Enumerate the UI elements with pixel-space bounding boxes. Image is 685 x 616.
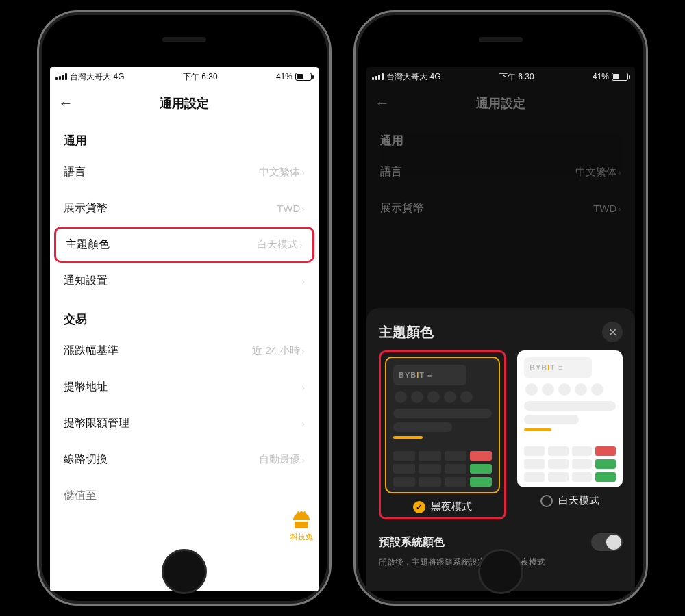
row-label: 語言 [380,165,402,179]
chevron-right-icon: › [301,276,305,287]
status-bar: 台灣大哥大 4G 下午 6:30 41% [366,67,635,86]
chevron-right-icon: › [301,418,305,429]
row-label: 提幣地址 [64,380,108,394]
settings-list[interactable]: 通用 語言 中文繁体› 展示貨幣 TWD› 主題顏色 白天模式› 通知設置 › … [50,120,319,591]
battery-pct: 41% [593,72,609,81]
nav-bar: ← 通用設定 [50,86,319,120]
chevron-right-icon: › [299,240,303,251]
theme-sheet: 主題顏色 ✕ BYBIT ≡ [366,308,635,591]
chevron-right-icon: › [301,167,305,178]
nav-bar: ← 通用設定 [366,86,635,120]
chevron-right-icon: › [301,203,305,214]
network-label: 4G [114,72,125,81]
row-route[interactable]: 線路切換 自動最優› [50,441,319,478]
close-button[interactable]: ✕ [602,322,623,342]
carrier-label: 台灣大哥大 [386,71,427,83]
row-label: 展示貨幣 [64,201,108,216]
row-store[interactable]: 儲值至 [50,478,319,514]
row-label: 主題顏色 [66,238,110,252]
svg-rect-0 [295,522,308,528]
option-light-mode[interactable]: BYBIT ≡ 白天模式 [517,350,623,519]
row-withdraw-addr[interactable]: 提幣地址 › [50,369,319,405]
battery-icon [295,73,312,81]
back-button[interactable]: ← [375,94,390,112]
back-button[interactable]: ← [58,94,73,112]
screen-light: 台灣大哥大 4G 下午 6:30 41% ← 通用設定 通用 語言 中文繁体› … [50,67,319,591]
row-label: 儲值至 [64,489,97,503]
system-color-title: 預設系統顏色 [379,535,445,550]
row-withdraw-limit[interactable]: 提幣限額管理 › [50,405,319,441]
row-notify[interactable]: 通知設置 › [50,263,319,299]
row-label: 漲跌幅基準 [64,344,119,358]
row-label: 語言 [64,165,86,179]
chevron-right-icon: › [301,454,305,465]
row-theme[interactable]: 主題顏色 白天模式› [54,227,314,263]
row-language: 語言 中文繁体› [366,154,635,190]
signal-icon [372,73,384,80]
row-currency: 展示貨幣 TWD› [366,190,635,227]
row-value: 中文繁体 [259,166,300,179]
system-color-desc: 開啟後，主題將跟隨系統設定為白天/黑夜模式 [379,556,623,568]
row-value: 自動最優 [259,453,300,466]
option-label: 白天模式 [558,494,599,507]
radio-unchecked-icon [540,495,553,507]
row-label: 提幣限額管理 [64,416,129,431]
screen-dark: 台灣大哥大 4G 下午 6:30 41% ← 通用設定 通用 語言 中文繁体› … [366,67,635,591]
clock-label: 下午 6:30 [499,71,534,83]
row-value: TWD [593,203,616,214]
preview-dark: BYBIT ≡ [385,357,500,493]
section-general-title: 通用 [366,120,635,154]
section-trade-title: 交易 [50,299,319,333]
network-label: 4G [430,72,441,81]
row-language[interactable]: 語言 中文繁体› [50,154,319,190]
row-label: 展示貨幣 [380,201,424,216]
row-label: 線路切換 [64,452,108,467]
chevron-right-icon: › [301,346,305,357]
battery-pct: 41% [276,72,292,81]
carrier-label: 台灣大哥大 [70,71,111,83]
sheet-title: 主題顏色 [379,323,434,342]
chevron-right-icon: › [301,382,305,393]
radio-checked-icon [413,501,425,513]
page-title: 通用設定 [476,95,525,112]
battery-icon [612,73,628,81]
clock-label: 下午 6:30 [183,71,218,83]
section-general-title: 通用 [50,120,319,154]
phone-right: 台灣大哥大 4G 下午 6:30 41% ← 通用設定 通用 語言 中文繁体› … [353,10,648,606]
status-bar: 台灣大哥大 4G 下午 6:30 41% [50,67,319,86]
page-title: 通用設定 [160,95,209,112]
signal-icon [55,73,67,80]
preview-light: BYBIT ≡ [517,350,623,487]
watermark: 科技兔 [290,510,313,542]
row-basis[interactable]: 漲跌幅基準 近 24 小時› [50,333,319,369]
row-value: 近 24 小時 [252,344,300,357]
option-dark-mode[interactable]: BYBIT ≡ 黑夜模式 [385,357,500,513]
row-value: TWD [277,203,300,214]
phone-left: 台灣大哥大 4G 下午 6:30 41% ← 通用設定 通用 語言 中文繁体› … [37,10,332,606]
row-label: 通知設置 [64,274,108,288]
row-value: 白天模式 [257,238,298,251]
row-currency[interactable]: 展示貨幣 TWD› [50,190,319,227]
option-label: 黑夜模式 [431,500,472,513]
row-value: 中文繁体 [575,166,616,179]
system-color-toggle[interactable] [591,533,623,551]
